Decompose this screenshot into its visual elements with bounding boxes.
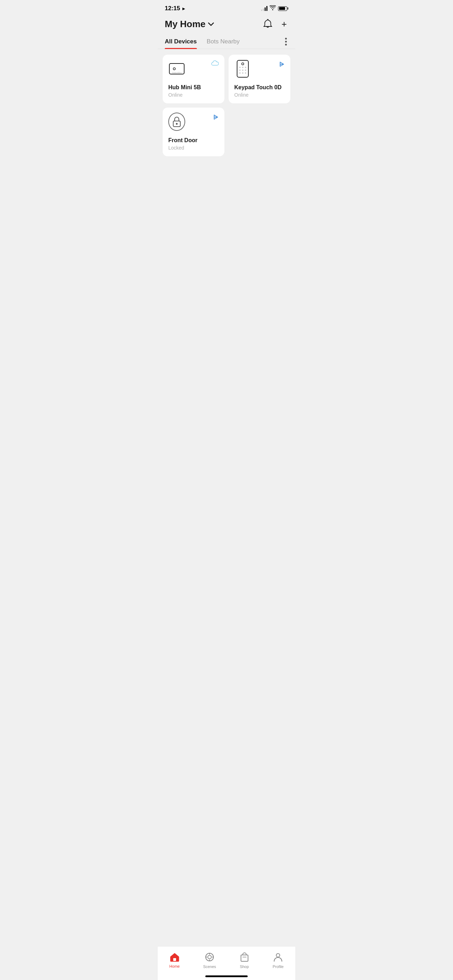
home-title-text: My Home bbox=[165, 19, 206, 30]
tab-bots-nearby[interactable]: Bots Nearby bbox=[207, 35, 240, 49]
svg-text:SwitchBot: SwitchBot bbox=[172, 72, 182, 74]
svg-point-14 bbox=[239, 72, 241, 74]
svg-point-16 bbox=[245, 72, 246, 74]
front-door-status: Locked bbox=[168, 145, 219, 151]
keypad-icon bbox=[234, 60, 251, 77]
front-door-name: Front Door bbox=[168, 137, 219, 143]
header: My Home + bbox=[158, 15, 295, 35]
bluetooth-icon-2 bbox=[213, 113, 219, 123]
status-bar: 12:15 ► bbox=[158, 0, 295, 15]
battery-icon bbox=[278, 6, 288, 11]
status-icons bbox=[261, 5, 288, 12]
device-icon-row bbox=[234, 60, 285, 77]
add-icon: + bbox=[281, 19, 287, 29]
bluetooth-icon bbox=[279, 60, 285, 70]
svg-point-11 bbox=[239, 70, 241, 71]
device-card-hub-mini[interactable]: SwitchBot Hub Mini 5B Online bbox=[163, 55, 224, 103]
lock-icon bbox=[168, 113, 185, 130]
svg-point-18 bbox=[176, 123, 178, 125]
tabs-container: All Devices Bots Nearby bbox=[158, 35, 295, 49]
hub-mini-name: Hub Mini 5B bbox=[168, 84, 219, 91]
svg-point-9 bbox=[242, 67, 243, 68]
tab-all-devices[interactable]: All Devices bbox=[165, 35, 197, 49]
svg-point-2 bbox=[285, 44, 287, 46]
keypad-name: Keypad Touch 0D bbox=[234, 84, 285, 91]
svg-point-10 bbox=[245, 67, 246, 68]
status-time: 12:15 ► bbox=[165, 5, 186, 12]
bell-icon bbox=[263, 19, 272, 29]
add-device-button[interactable]: + bbox=[280, 18, 288, 30]
more-options-button[interactable] bbox=[284, 37, 288, 47]
device-card-front-door[interactable]: Front Door Locked bbox=[163, 108, 224, 156]
svg-point-12 bbox=[242, 70, 243, 71]
hub-mini-status: Online bbox=[168, 92, 219, 98]
svg-point-13 bbox=[245, 70, 246, 71]
keypad-status: Online bbox=[234, 92, 285, 98]
svg-point-15 bbox=[242, 72, 243, 74]
notification-button[interactable] bbox=[262, 18, 274, 30]
hub-mini-icon: SwitchBot bbox=[168, 60, 185, 77]
home-title-button[interactable]: My Home bbox=[165, 19, 214, 30]
main-content: SwitchBot Hub Mini 5B Online bbox=[158, 49, 295, 276]
home-chevron-icon bbox=[208, 21, 214, 28]
svg-point-0 bbox=[285, 38, 287, 40]
cloud-icon bbox=[211, 60, 219, 68]
device-grid: SwitchBot Hub Mini 5B Online bbox=[158, 49, 295, 162]
wifi-icon bbox=[270, 5, 276, 12]
device-tabs: All Devices Bots Nearby bbox=[165, 35, 240, 49]
svg-point-1 bbox=[285, 41, 287, 43]
svg-point-8 bbox=[239, 67, 241, 68]
header-actions: + bbox=[262, 18, 288, 30]
device-card-keypad-touch[interactable]: Keypad Touch 0D Online bbox=[229, 55, 290, 103]
location-icon: ► bbox=[181, 6, 186, 11]
device-icon-row: SwitchBot bbox=[168, 60, 219, 77]
time-display: 12:15 bbox=[165, 5, 180, 12]
more-dots-icon bbox=[285, 38, 287, 46]
device-icon-row bbox=[168, 113, 219, 130]
signal-strength bbox=[261, 6, 267, 11]
